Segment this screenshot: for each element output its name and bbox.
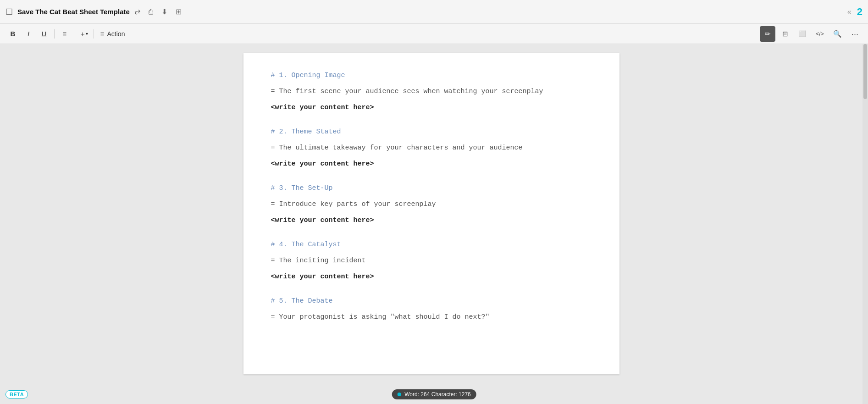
placeholder-4[interactable]: <write your content here> [271, 273, 592, 281]
title-bar-left: ☐ Save The Cat Beat Sheet Template ⇄ ⎙ ⬇… [6, 7, 843, 17]
placeholder-2[interactable]: <write your content here> [271, 160, 592, 168]
main-area: # 1. Opening Image = The first scene you… [0, 44, 868, 404]
placeholder-3[interactable]: <write your content here> [271, 216, 592, 224]
title-bar-right: « 2 [847, 6, 862, 18]
plus-icon: + [81, 30, 85, 38]
heading-2: # 2. Theme Stated [271, 128, 592, 136]
style-indicator[interactable]: ≡ Action [100, 30, 125, 38]
share-icon[interactable]: ⇄ [134, 7, 140, 16]
edit-mode-button[interactable]: ✏ [760, 26, 775, 42]
code-mode-button[interactable]: </> [812, 26, 828, 42]
formatting-toolbar: B I U ≡ + ▾ ≡ Action ✏ ⊟ ⬜ </> 🔍 ⋯ [0, 24, 868, 44]
chevron-down-icon: ▾ [86, 31, 88, 36]
align-button[interactable]: ≡ [57, 27, 72, 41]
grid-icon[interactable]: ⊞ [176, 7, 182, 16]
scrollbar-thumb[interactable] [863, 44, 867, 99]
document-page: # 1. Opening Image = The first scene you… [243, 53, 619, 374]
section-2: # 2. Theme Stated = The ultimate takeawa… [271, 128, 592, 168]
beta-badge: BETA [6, 390, 28, 398]
description-2: = The ultimate takeaway for your charact… [271, 144, 592, 152]
collapse-icon[interactable]: « [847, 8, 851, 16]
more-options-button[interactable]: ⋯ [847, 26, 862, 42]
toolbar-left: B I U ≡ + ▾ ≡ Action [6, 27, 758, 41]
read-mode-button[interactable]: ⬜ [795, 26, 810, 42]
status-dot [397, 393, 401, 396]
document-title: Save The Cat Beat Sheet Template [17, 8, 130, 16]
status-bar: Word: 264 Character: 1276 [392, 389, 476, 399]
style-list-icon: ≡ [100, 30, 105, 38]
section-3: # 3. The Set-Up = Introduce key parts of… [271, 184, 592, 224]
download-icon[interactable]: ⬇ [161, 7, 167, 16]
heading-5: # 5. The Debate [271, 297, 592, 305]
toolbar-separator-2 [75, 29, 75, 39]
status-text: Word: 264 Character: 1276 [404, 391, 471, 398]
document-icon: ☐ [6, 7, 13, 17]
italic-button[interactable]: I [21, 27, 36, 41]
heading-3: # 3. The Set-Up [271, 184, 592, 192]
style-label: Action [107, 30, 125, 38]
bold-button[interactable]: B [6, 27, 20, 41]
underline-button[interactable]: U [37, 27, 51, 41]
toolbar-separator-3 [94, 29, 94, 39]
title-bar-icons: ⇄ ⎙ ⬇ ⊞ [134, 7, 182, 16]
toolbar-right: ✏ ⊟ ⬜ </> 🔍 ⋯ [760, 26, 862, 42]
section-4: # 4. The Catalyst = The inciting inciden… [271, 241, 592, 281]
description-1: = The first scene your audience sees whe… [271, 88, 592, 95]
placeholder-1[interactable]: <write your content here> [271, 104, 592, 111]
section-5: # 5. The Debate = Your protagonist is as… [271, 297, 592, 321]
search-button[interactable]: 🔍 [829, 26, 845, 42]
description-3: = Introduce key parts of your screenplay [271, 200, 592, 208]
document-area[interactable]: # 1. Opening Image = The first scene you… [0, 44, 862, 404]
heading-1: # 1. Opening Image [271, 72, 592, 79]
print-title-icon[interactable]: ⎙ [149, 8, 153, 16]
title-bar: ☐ Save The Cat Beat Sheet Template ⇄ ⎙ ⬇… [0, 0, 868, 24]
description-4: = The inciting incident [271, 257, 592, 265]
insert-plus-button[interactable]: + ▾ [78, 28, 91, 39]
toolbar-separator-1 [54, 29, 55, 39]
print-mode-button[interactable]: ⊟ [777, 26, 793, 42]
heading-4: # 4. The Catalyst [271, 241, 592, 249]
page-number: 2 [857, 6, 862, 18]
scrollbar[interactable] [862, 44, 868, 404]
section-1: # 1. Opening Image = The first scene you… [271, 72, 592, 111]
description-5: = Your protagonist is asking "what shoul… [271, 313, 592, 321]
